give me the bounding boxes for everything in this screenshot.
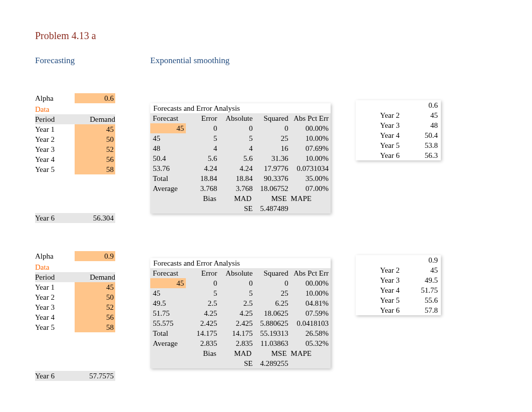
- total-pct: 35.00%: [290, 173, 331, 183]
- pct-cell: 0.0418103: [290, 318, 331, 328]
- abs-cell: 4: [219, 143, 254, 153]
- demand-header: Demand: [75, 272, 115, 282]
- abs-cell: 0: [219, 278, 254, 288]
- col-absolute: Absolute: [219, 268, 254, 278]
- abs-cell: 4.25: [219, 308, 254, 318]
- average-label: Average: [150, 338, 186, 348]
- demand-input[interactable]: 50: [75, 292, 116, 302]
- demand-input[interactable]: 45: [75, 282, 116, 292]
- avg-error: 3.768: [186, 183, 219, 193]
- summary-val: 51.75: [404, 285, 441, 295]
- summary-box-1: 0.6 Year 245 Year 348 Year 450.4 Year 55…: [356, 100, 441, 160]
- analysis-title: Forecasts and Error Analysis: [150, 103, 331, 113]
- mse-label: MSE: [253, 193, 289, 203]
- summary-alpha: 0.9: [404, 255, 441, 265]
- demand-input[interactable]: 50: [75, 134, 116, 144]
- summary-val: 55.6: [404, 295, 441, 305]
- summary-val: 45: [404, 110, 441, 120]
- input-panel-1: Alpha 0.6 Data Period Demand Year 145 Ye…: [35, 93, 115, 223]
- avg-pct: 07.00%: [290, 183, 331, 193]
- sq-cell: 31.36: [254, 153, 290, 163]
- period-label: Year 4: [35, 312, 75, 322]
- demand-input[interactable]: 56: [75, 154, 116, 164]
- period-label: Year 5: [35, 322, 75, 332]
- error-cell: 2.5: [186, 298, 219, 308]
- subheading: Forecasting Exponential smoothing: [35, 56, 532, 66]
- analysis-table-1: Forecasts and Error Analysis Forecast Er…: [150, 103, 331, 214]
- summary-year: Year 3: [356, 120, 404, 130]
- col-squared: Squared: [254, 113, 290, 123]
- period-label: Year 3: [35, 302, 75, 312]
- period-label: Year 4: [35, 154, 75, 164]
- total-abs: 14.175: [219, 328, 254, 338]
- period-label: Year 2: [35, 134, 75, 144]
- data-label: Data: [35, 104, 75, 114]
- mape-label: MAPE: [289, 193, 331, 203]
- forecast-cell: 55.575: [150, 318, 186, 328]
- col-forecast: Forecast: [150, 268, 186, 278]
- col-abspcterr: Abs Pct Err: [290, 268, 331, 278]
- summary-box-2: 0.9 Year 245 Year 349.5 Year 451.75 Year…: [356, 255, 441, 315]
- col-forecast: Forecast: [150, 113, 186, 123]
- error-cell: 2.425: [186, 318, 219, 328]
- input-panel-2: Alpha 0.9 Data Period Demand Year 145 Ye…: [35, 251, 115, 381]
- set-2: Alpha 0.9 Data Period Demand Year 145 Ye…: [35, 251, 532, 384]
- avg-sq: 18.06752: [254, 183, 290, 193]
- pct-cell: 10.00%: [290, 153, 331, 163]
- demand-input[interactable]: 45: [75, 124, 116, 134]
- abs-cell: 5: [219, 288, 254, 298]
- period-label: Year 3: [35, 144, 75, 154]
- summary-val: 53.8: [404, 140, 441, 150]
- period-label: Year 2: [35, 292, 75, 302]
- total-error: 14.175: [186, 328, 219, 338]
- col-error: Error: [186, 268, 219, 278]
- demand-input[interactable]: 58: [75, 164, 116, 174]
- bias-label: Bias: [185, 348, 218, 358]
- summary-val: 49.5: [404, 275, 441, 285]
- forecast-cell: 45: [150, 288, 186, 298]
- mad-label: MAD: [218, 193, 253, 203]
- summary-val: 45: [404, 265, 441, 275]
- demand-input[interactable]: 52: [75, 302, 116, 312]
- analysis-header: Forecast Error Absolute Squared Abs Pct …: [150, 268, 331, 278]
- alpha-input[interactable]: 0.9: [75, 251, 116, 261]
- error-cell: 4.24: [186, 163, 219, 173]
- demand-input[interactable]: 58: [75, 322, 116, 332]
- alpha-input[interactable]: 0.6: [75, 93, 116, 103]
- avg-pct: 05.32%: [290, 338, 331, 348]
- summary-year: Year 3: [356, 275, 404, 285]
- demand-input[interactable]: 56: [75, 312, 116, 322]
- demand-input[interactable]: 52: [75, 144, 116, 154]
- analysis-header: Forecast Error Absolute Squared Abs Pct …: [150, 113, 331, 123]
- summary-val: 48: [404, 120, 441, 130]
- data-label: Data: [35, 262, 75, 272]
- period-header: Period: [35, 272, 75, 282]
- summary-val: 57.8: [404, 305, 441, 315]
- pct-cell: 04.81%: [290, 298, 331, 308]
- bias-label: Bias: [185, 193, 218, 203]
- forecast-cell: 49.5: [150, 298, 186, 308]
- summary-year: Year 6: [356, 150, 404, 160]
- mape-label: MAPE: [289, 348, 331, 358]
- sq-cell: 16: [254, 143, 290, 153]
- total-label: Total: [150, 328, 186, 338]
- summary-year: Year 2: [356, 265, 404, 275]
- avg-error: 2.835: [186, 338, 219, 348]
- summary-year: Year 5: [356, 295, 404, 305]
- col-squared: Squared: [254, 268, 290, 278]
- summary-year: Year 2: [356, 110, 404, 120]
- abs-cell: 5.6: [219, 153, 254, 163]
- analysis-title: Forecasts and Error Analysis: [150, 258, 331, 268]
- avg-sq: 11.03863: [254, 338, 290, 348]
- forecast-cell: 45: [150, 278, 186, 288]
- demand-header: Demand: [75, 114, 115, 124]
- avg-abs: 3.768: [219, 183, 254, 193]
- abs-cell: 4.24: [219, 163, 254, 173]
- error-cell: 4.25: [186, 308, 219, 318]
- mse-label: MSE: [253, 348, 289, 358]
- se-value: 4.289255: [254, 358, 290, 368]
- sq-cell: 5.880625: [254, 318, 290, 328]
- total-pct: 26.58%: [290, 328, 331, 338]
- se-value: 5.487489: [254, 203, 290, 214]
- year6-label: Year 6: [35, 213, 75, 223]
